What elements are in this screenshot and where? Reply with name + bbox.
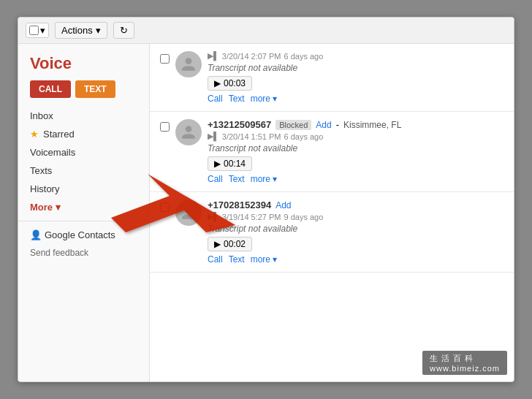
play-icon2: ▶: [214, 159, 221, 169]
msg2-call-link[interactable]: Call: [208, 174, 223, 184]
msg2-checkbox[interactable]: [160, 122, 170, 132]
msg3-date: 3/19/14 5:27 PM: [222, 213, 281, 221]
msg3-age: 9 days ago: [284, 213, 324, 221]
msg3-body: +17028152394 Add ▶▌ 3/19/14 5:27 PM 9 da…: [208, 200, 503, 265]
msg2-more-link[interactable]: more ▾: [251, 174, 278, 184]
sidebar-item-contacts[interactable]: 👤 Google Contacts: [18, 226, 149, 244]
sidebar: Voice CALL TEXT Inbox ★ Starred Voicemai…: [18, 44, 150, 381]
inbox-label: Inbox: [30, 110, 53, 121]
msg3-actions: Call Text more ▾: [208, 254, 503, 265]
messages-list: ▶▌ 3/20/14 2:07 PM 6 days ago Transcript…: [150, 44, 514, 381]
nav-divider: [18, 221, 149, 221]
msg1-actions: Call Text more ▾: [208, 94, 503, 104]
msg1-more-link[interactable]: more ▾: [251, 94, 278, 104]
msg2-blocked-badge: Blocked: [276, 120, 311, 130]
msg1-body: ▶▌ 3/20/14 2:07 PM 6 days ago Transcript…: [208, 51, 503, 104]
voicemail-icon3: ▶▌: [208, 212, 219, 221]
msg3-duration: 00:02: [224, 239, 246, 249]
action-buttons: CALL TEXT: [18, 80, 149, 107]
table-row: +13212509567 Blocked Add - Kissimmee, FL…: [150, 112, 514, 192]
starred-label: Starred: [43, 129, 75, 140]
msg2-dash: -: [336, 119, 339, 130]
msg2-age: 6 days ago: [284, 132, 324, 141]
msg2-text-link[interactable]: Text: [229, 174, 245, 184]
person-avatar-icon: [180, 56, 197, 72]
refresh-icon: ↻: [120, 25, 128, 36]
msg3-play-row: ▶ 00:02: [208, 237, 503, 254]
msg2-meta: ▶▌ 3/20/14 1:51 PM 6 days ago: [208, 132, 503, 141]
actions-label: Actions: [61, 25, 93, 36]
select-all-dropdown[interactable]: ▾: [26, 23, 49, 38]
msg3-text-link[interactable]: Text: [229, 254, 245, 265]
msg2-duration: 00:14: [224, 159, 246, 169]
msg3-checkbox[interactable]: [160, 202, 170, 212]
watermark: 生 活 百 科 www.bimeiz.com: [422, 351, 507, 375]
msg1-duration: 00:03: [224, 78, 246, 88]
msg3-play-button[interactable]: ▶ 00:02: [208, 237, 252, 251]
play-icon3: ▶: [214, 239, 221, 249]
avatar: [175, 51, 202, 77]
msg2-header: +13212509567 Blocked Add - Kissimmee, FL: [208, 119, 503, 130]
msg1-date: 3/20/14 2:07 PM: [222, 52, 281, 61]
msg2-play-row: ▶ 00:14: [208, 156, 503, 174]
msg2-body: +13212509567 Blocked Add - Kissimmee, FL…: [208, 119, 503, 184]
texts-label: Texts: [30, 165, 52, 176]
text-button[interactable]: TEXT: [75, 80, 115, 98]
msg2-add-link[interactable]: Add: [316, 120, 331, 130]
sidebar-item-voicemails[interactable]: Voicemails: [18, 143, 149, 162]
msg2-phone: +13212509567: [208, 119, 271, 130]
msg3-more-link[interactable]: more ▾: [251, 254, 278, 265]
app-title: Voice: [18, 51, 149, 80]
toolbar: ▾ Actions ▾ ↻: [18, 18, 514, 44]
dropdown-arrow[interactable]: ▾: [40, 25, 45, 36]
person-avatar-icon: [180, 124, 197, 140]
msg3-add-link[interactable]: Add: [276, 200, 291, 210]
feedback-label: Send feedback: [30, 248, 88, 258]
msg3-meta: ▶▌ 3/19/14 5:27 PM 9 days ago: [208, 212, 503, 221]
voicemail-icon: ▶▌: [208, 51, 219, 61]
actions-button[interactable]: Actions ▾: [55, 22, 107, 39]
person-avatar-icon: [180, 205, 197, 221]
star-icon: ★: [30, 129, 39, 140]
table-row: +17028152394 Add ▶▌ 3/19/14 5:27 PM 9 da…: [150, 192, 514, 273]
send-feedback-link[interactable]: Send feedback: [18, 244, 149, 262]
msg1-transcript: Transcript not available: [208, 63, 503, 73]
contacts-label: Google Contacts: [45, 229, 115, 240]
sidebar-item-starred[interactable]: ★ Starred: [18, 125, 149, 143]
msg1-checkbox[interactable]: [160, 54, 170, 64]
sidebar-item-inbox[interactable]: Inbox: [18, 107, 149, 125]
history-label: History: [30, 183, 59, 194]
msg1-meta: ▶▌ 3/20/14 2:07 PM 6 days ago: [208, 51, 503, 61]
call-button[interactable]: CALL: [30, 80, 71, 98]
msg1-play-row: ▶ 00:03: [208, 76, 503, 94]
voicemail-icon2: ▶▌: [208, 132, 219, 141]
msg1-call-link[interactable]: Call: [208, 94, 223, 104]
refresh-button[interactable]: ↻: [113, 22, 134, 39]
voicemails-label: Voicemails: [30, 147, 75, 158]
actions-arrow: ▾: [96, 25, 101, 36]
msg3-call-link[interactable]: Call: [208, 254, 223, 265]
msg1-age: 6 days ago: [284, 52, 324, 61]
msg2-date: 3/20/14 1:51 PM: [222, 132, 281, 141]
msg2-actions: Call Text more ▾: [208, 174, 503, 184]
watermark-line1: 生 活 百 科: [430, 353, 500, 364]
play-icon: ▶: [214, 78, 221, 88]
msg3-transcript: Transcript not available: [208, 224, 503, 234]
msg2-play-button[interactable]: ▶ 00:14: [208, 156, 252, 171]
sidebar-item-texts[interactable]: Texts: [18, 162, 149, 180]
msg3-header: +17028152394 Add: [208, 200, 503, 210]
select-all-checkbox[interactable]: [29, 26, 39, 35]
watermark-line2: www.bimeiz.com: [430, 364, 500, 373]
avatar: [175, 119, 202, 145]
sidebar-item-history[interactable]: History: [18, 180, 149, 198]
msg1-text-link[interactable]: Text: [229, 94, 245, 104]
msg2-location: Kissimmee, FL: [343, 120, 401, 130]
msg1-play-button[interactable]: ▶ 00:03: [208, 76, 252, 91]
msg3-phone: +17028152394: [208, 200, 271, 210]
avatar: [175, 200, 202, 226]
msg2-transcript: Transcript not available: [208, 143, 503, 153]
person-icon: 👤: [30, 229, 42, 240]
sidebar-item-more[interactable]: More ▾: [18, 198, 149, 216]
more-label: More ▾: [30, 202, 61, 213]
table-row: ▶▌ 3/20/14 2:07 PM 6 days ago Transcript…: [150, 44, 514, 112]
